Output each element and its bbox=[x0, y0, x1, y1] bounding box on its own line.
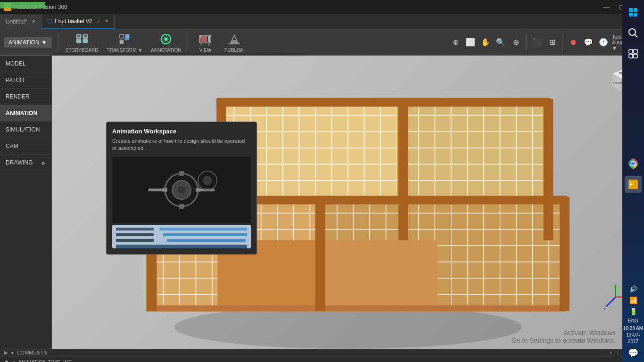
svg-text:Y: Y bbox=[603, 307, 606, 311]
comments-add-button[interactable]: + bbox=[610, 350, 612, 355]
toolbar-publish[interactable]: PUBLISH bbox=[220, 30, 248, 55]
svg-point-26 bbox=[174, 305, 521, 349]
sidebar-simulation-label: SIMULATION bbox=[6, 126, 40, 133]
svg-rect-121 bbox=[401, 98, 551, 107]
svg-rect-3 bbox=[84, 35, 87, 37]
comment-icon[interactable]: 💬 bbox=[582, 36, 595, 49]
comments-expand-icon[interactable]: ▶ bbox=[4, 349, 8, 356]
sidebar-item-model[interactable]: MODEL bbox=[0, 56, 51, 72]
svg-rect-5 bbox=[83, 39, 88, 43]
record-icon[interactable]: ⏺ bbox=[567, 36, 580, 49]
comments-panel-resize[interactable]: | bbox=[617, 350, 619, 355]
svg-rect-158 bbox=[629, 13, 633, 16]
transform-icon bbox=[117, 32, 132, 47]
viewport[interactable]: Animation Workspace Creates animations o… bbox=[52, 56, 644, 349]
sidebar-cam-label: CAM bbox=[6, 143, 18, 149]
storyboard-icon bbox=[74, 32, 90, 47]
tooltip-preview bbox=[112, 157, 251, 223]
timeline-label: ANIMATION TIMELINE bbox=[18, 359, 72, 362]
toolbar-transform[interactable]: TRANSFORM ▼ bbox=[103, 30, 146, 55]
speaker-icon[interactable]: 🔊 bbox=[629, 285, 637, 293]
view-icon bbox=[198, 32, 213, 47]
svg-point-160 bbox=[629, 29, 636, 35]
comments-label: COMMENTS bbox=[17, 350, 47, 355]
fit-icon[interactable]: ⬜ bbox=[464, 36, 477, 49]
tooltip-timeline-preview bbox=[112, 225, 251, 248]
svg-rect-159 bbox=[634, 13, 637, 16]
minimize-button[interactable]: — bbox=[602, 3, 612, 11]
sidebar-item-simulation[interactable]: SIMULATION bbox=[0, 122, 51, 138]
sidebar-drawing-label: DRAWING bbox=[6, 159, 33, 166]
svg-rect-21 bbox=[200, 44, 202, 45]
svg-rect-1 bbox=[77, 35, 80, 37]
network-icon[interactable]: 📶 bbox=[629, 296, 637, 304]
svg-rect-126 bbox=[398, 99, 408, 240]
language-display: ENG bbox=[628, 318, 638, 323]
tab-untitled[interactable]: Untitled* ✕ bbox=[0, 14, 41, 29]
svg-rect-165 bbox=[634, 54, 637, 58]
annotation-icon bbox=[158, 32, 173, 47]
time-display: 10:28 AM 13-07-2017 bbox=[622, 325, 644, 345]
sidebar-item-drawing[interactable]: DRAWING ▶ bbox=[0, 155, 51, 171]
tab-fruit-basket-icon: ⬡ bbox=[47, 18, 52, 25]
toolbar: ANIMATION ▼ STORYBOARD bbox=[0, 29, 644, 56]
svg-rect-164 bbox=[629, 54, 633, 58]
sidebar-item-animation[interactable]: ANIMATION bbox=[0, 105, 51, 122]
svg-line-150 bbox=[606, 297, 616, 306]
tab-fruit-basket-close[interactable]: ✕ bbox=[105, 18, 108, 24]
zoom-more-icon[interactable]: ⊕ bbox=[509, 36, 522, 49]
timeline-expand-icon[interactable]: ▼ bbox=[4, 359, 9, 362]
view-label: VIEW bbox=[199, 48, 212, 53]
sidebar-patch-label: PATCH bbox=[6, 77, 24, 83]
tab-fruit-basket[interactable]: ⬡ Fruit basket v2 ○ ✕ bbox=[41, 14, 115, 29]
svg-point-168 bbox=[631, 162, 635, 165]
svg-rect-122 bbox=[320, 196, 567, 204]
notification-icon[interactable]: 💬 bbox=[628, 348, 638, 358]
svg-rect-127 bbox=[544, 99, 553, 240]
svg-rect-120 bbox=[216, 98, 404, 107]
svg-rect-10 bbox=[120, 40, 124, 44]
grid-icon[interactable]: ⊞ bbox=[545, 36, 559, 49]
sidebar-item-cam[interactable]: CAM bbox=[0, 138, 51, 155]
sidebar-animation-label: ANIMATION bbox=[6, 110, 37, 116]
zoom-icon[interactable]: 🔍 bbox=[494, 36, 507, 49]
tab-fruit-basket-label: Fruit basket v2 bbox=[55, 18, 92, 25]
display-mode-icon[interactable]: ⬛ bbox=[530, 36, 544, 49]
main-area: MODEL PATCH RENDER ANIMATION SIMULATION … bbox=[0, 56, 644, 349]
workspace-selector[interactable]: ANIMATION ▼ bbox=[4, 37, 52, 48]
task-view-icon[interactable] bbox=[625, 45, 642, 62]
storyboard-label: STORYBOARD bbox=[66, 48, 99, 53]
sidebar-item-render[interactable]: RENDER bbox=[0, 89, 51, 105]
toolbar-storyboard[interactable]: STORYBOARD bbox=[62, 30, 102, 55]
tab-fruit-basket-save[interactable]: ○ bbox=[97, 18, 100, 25]
toolbar-view[interactable]: VIEW bbox=[191, 30, 219, 55]
svg-rect-128 bbox=[560, 197, 570, 311]
pan-icon[interactable]: ✋ bbox=[479, 36, 492, 49]
sidebar-item-patch[interactable]: PATCH bbox=[0, 72, 51, 89]
orbit-icon[interactable]: ⊕ bbox=[449, 36, 462, 49]
toolbar-separator-2 bbox=[188, 33, 188, 52]
svg-rect-19 bbox=[208, 36, 210, 42]
history-icon[interactable]: 🕐 bbox=[597, 36, 610, 49]
svg-rect-133 bbox=[179, 171, 184, 176]
timeline-dot: ● bbox=[12, 359, 16, 362]
svg-point-20 bbox=[200, 36, 202, 38]
tooltip-title: Animation Workspace bbox=[112, 128, 251, 135]
svg-point-16 bbox=[165, 38, 167, 41]
svg-line-161 bbox=[635, 34, 637, 37]
svg-point-140 bbox=[203, 176, 212, 185]
svg-rect-162 bbox=[629, 49, 633, 53]
chrome-icon[interactable] bbox=[625, 155, 642, 172]
tab-untitled-close[interactable]: ✕ bbox=[32, 19, 35, 24]
comments-bar[interactable]: ▶ ● COMMENTS + | bbox=[0, 349, 622, 356]
toolbar-annotation[interactable]: ANNOTATION bbox=[147, 30, 185, 55]
svg-rect-118 bbox=[321, 240, 438, 305]
clock-time: 10:28 AM bbox=[622, 325, 644, 332]
publish-icon bbox=[227, 32, 242, 47]
battery-icon[interactable]: 🔋 bbox=[629, 308, 637, 315]
search-taskbar-icon[interactable] bbox=[625, 25, 642, 41]
fusion360-taskbar-icon[interactable]: F bbox=[625, 176, 642, 193]
windows-start-icon[interactable] bbox=[625, 4, 642, 21]
svg-rect-156 bbox=[629, 8, 633, 12]
svg-rect-134 bbox=[179, 204, 184, 209]
